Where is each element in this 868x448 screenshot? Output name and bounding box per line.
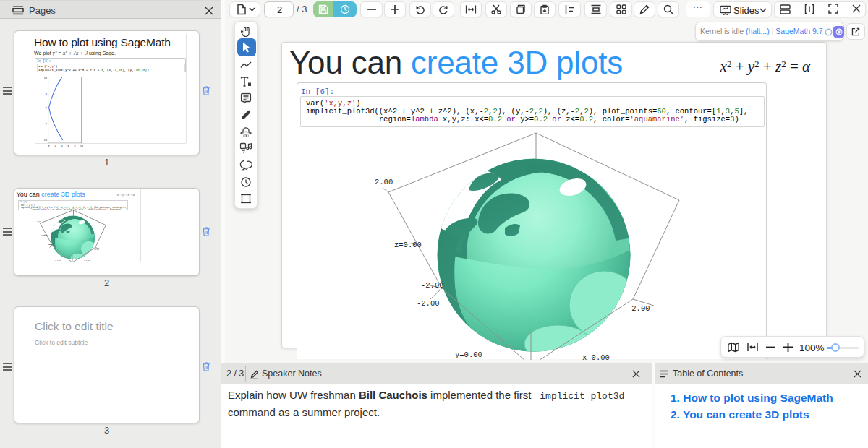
svg-text:6: 6 — [68, 145, 69, 147]
svg-text:5: 5 — [46, 92, 47, 95]
svg-text:-5: -5 — [44, 122, 47, 125]
svg-text:10: 10 — [80, 145, 83, 147]
svg-text:2: 2 — [54, 145, 56, 147]
svg-text:10: 10 — [44, 77, 47, 79]
svg-text:4: 4 — [61, 145, 62, 147]
svg-text:8: 8 — [75, 145, 76, 147]
svg-text:-10: -10 — [43, 139, 47, 142]
svg-text:0: 0 — [46, 106, 47, 109]
svg-text:0: 0 — [48, 145, 49, 147]
